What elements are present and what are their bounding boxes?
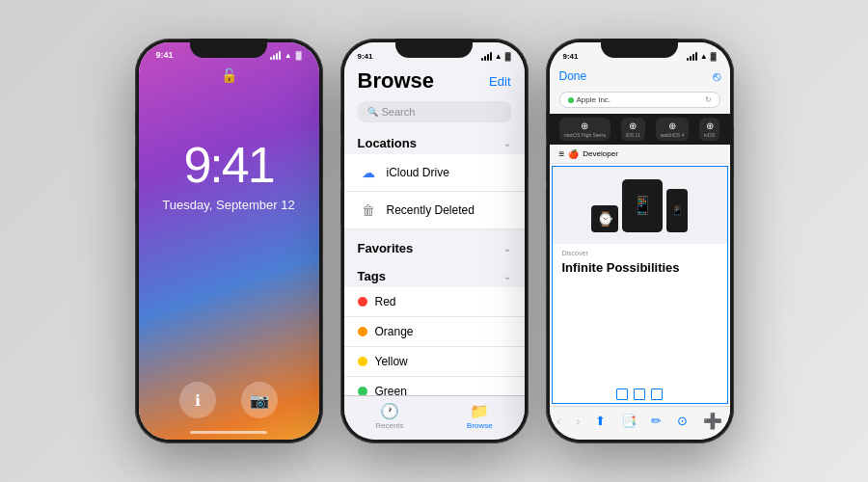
lock-bottom-bar: ℹ 📷	[139, 382, 319, 418]
tab-recents[interactable]: 🕐 Recents	[375, 402, 403, 430]
icloud-drive-item[interactable]: ☁ iCloud Drive	[344, 154, 525, 192]
lock-icon: 🔓	[221, 67, 237, 83]
lock-date: Tuesday, September 12	[162, 198, 294, 212]
battery-icon: ▓	[296, 51, 302, 60]
os-toolbar: ⊕ macOS High Sierra ⊕ iOS 11 ⊕ watchOS 4…	[550, 114, 730, 145]
tag-red[interactable]: Red	[344, 287, 525, 317]
done-button[interactable]: Done	[559, 69, 587, 83]
browse-screen: 9:41 ▲ ▓ Browse Edit	[344, 42, 525, 440]
volume-down-button[interactable]	[135, 188, 136, 225]
status-icons: ▲ ▓	[270, 51, 302, 60]
browse-wifi-icon: ▲	[495, 52, 502, 61]
ssl-indicator	[568, 97, 574, 103]
tag-orange-label: Orange	[375, 325, 414, 338]
pen-button[interactable]: ✏	[651, 414, 662, 428]
browse-list-content: Locations ⌄ ☁ iCloud Drive 🗑 Recently De…	[344, 130, 525, 395]
mute-button[interactable]	[135, 111, 136, 135]
volume-up-button-3[interactable]	[546, 145, 547, 181]
volume-down-button-3[interactable]	[546, 188, 547, 225]
scene: 9:41 ▲ ▓ 🔓 9:41 Tuesday, September	[0, 0, 868, 482]
web-content: 9:41 ▲ ▓ Done ⎋	[550, 42, 730, 440]
lockscreen-bg: 9:41 ▲ ▓ 🔓 9:41 Tuesday, September	[139, 42, 319, 440]
tab-bar: 🕐 Recents 📁 Browse	[344, 395, 525, 440]
tag-green-dot	[358, 387, 367, 395]
ios-label: iOS 11	[626, 132, 640, 138]
recently-deleted-item[interactable]: 🗑 Recently Deleted	[344, 192, 525, 229]
browse-status-icons: ▲ ▓	[481, 52, 511, 61]
notch-3	[601, 39, 678, 58]
web-status-icons: ▲ ▓	[687, 52, 717, 61]
web-wifi-icon: ▲	[700, 52, 708, 61]
add-button[interactable]: ➕	[703, 412, 722, 430]
iphone-img: 📱	[666, 189, 688, 232]
macos-icon: ⊕	[581, 120, 588, 131]
volume-up-button-2[interactable]	[340, 145, 341, 181]
developer-label: Developer	[583, 149, 617, 158]
tag-orange[interactable]: Orange	[344, 317, 525, 347]
tag-red-dot	[358, 297, 367, 307]
markup-circle-button[interactable]: ⊙	[677, 414, 688, 428]
icloud-drive-label: iCloud Drive	[387, 166, 449, 179]
resize-handle-center[interactable]	[634, 388, 645, 400]
resize-handle-right[interactable]	[651, 388, 663, 400]
macos-badge[interactable]: ⊕ macOS High Sierra	[559, 118, 610, 141]
power-button[interactable]	[322, 125, 323, 178]
notch	[190, 39, 267, 58]
web-screen: 9:41 ▲ ▓ Done ⎋	[550, 42, 730, 440]
forward-button[interactable]: ›	[576, 414, 580, 428]
phone-3: 9:41 ▲ ▓ Done ⎋	[546, 39, 734, 443]
recents-icon: 🕐	[380, 402, 399, 420]
developer-bar: ≡ 🍎 Developer	[550, 145, 730, 164]
browse-content: 9:41 ▲ ▓ Browse Edit	[344, 42, 525, 440]
power-button-2[interactable]	[528, 125, 529, 178]
recently-deleted-label: Recently Deleted	[387, 203, 475, 217]
tag-green[interactable]: Green	[344, 377, 525, 395]
watchos-badge[interactable]: ⊕ watchOS 4	[656, 118, 689, 141]
power-button-3[interactable]	[733, 125, 734, 178]
edit-button[interactable]: Edit	[489, 74, 510, 89]
search-bar[interactable]: 🔍 Search	[358, 101, 511, 122]
tag-green-label: Green	[375, 385, 407, 395]
notch-2	[395, 39, 473, 58]
phone-1: 9:41 ▲ ▓ 🔓 9:41 Tuesday, September	[135, 39, 323, 443]
home-indicator[interactable]	[190, 431, 267, 434]
web-status-time: 9:41	[563, 52, 579, 61]
wifi-icon: ▲	[285, 51, 292, 60]
bookmark-button[interactable]: 📑	[621, 414, 637, 428]
icloud-icon: ☁	[358, 162, 379, 183]
tab-browse[interactable]: 📁 Browse	[467, 402, 493, 430]
macos-label: macOS High Sierra	[564, 132, 606, 138]
phone-2: 9:41 ▲ ▓ Browse Edit	[340, 39, 529, 443]
browse-battery-icon: ▓	[505, 52, 511, 61]
lock-screen: 9:41 ▲ ▓ 🔓 9:41 Tuesday, September	[139, 42, 319, 440]
tag-yellow-label: Yellow	[375, 355, 408, 368]
volume-up-button[interactable]	[135, 145, 136, 181]
camera-button[interactable]: 📷	[241, 382, 278, 418]
url-text: Apple Inc.	[577, 95, 611, 104]
browse-header: Browse Edit	[344, 65, 525, 99]
tag-yellow[interactable]: Yellow	[344, 347, 525, 377]
flashlight-icon: ℹ	[195, 391, 201, 410]
resize-handle-left[interactable]	[616, 388, 628, 400]
url-field[interactable]: Apple Inc. ↻	[559, 92, 720, 108]
more-badge[interactable]: ⊕ tvOS	[699, 118, 719, 141]
browse-signal-icon	[481, 52, 492, 61]
volume-down-button-2[interactable]	[340, 188, 341, 225]
ios-badge[interactable]: ⊕ iOS 11	[621, 118, 645, 141]
browse-title: Browse	[358, 68, 434, 94]
ios-icon: ⊕	[629, 120, 637, 131]
share-tool-button[interactable]: ⬆	[595, 414, 606, 428]
mute-button-2[interactable]	[340, 111, 341, 135]
watchos-label: watchOS 4	[661, 132, 684, 138]
locations-title: Locations	[358, 136, 417, 150]
mute-button-3[interactable]	[546, 111, 547, 135]
flashlight-button[interactable]: ℹ	[179, 382, 216, 418]
web-signal-icon	[687, 52, 697, 61]
tag-yellow-dot	[358, 357, 367, 366]
lock-time: 9:41	[183, 136, 273, 194]
back-button[interactable]: ‹	[556, 414, 560, 428]
search-icon: 🔍	[367, 107, 378, 117]
locations-chevron: ⌄	[503, 138, 511, 148]
browse-icon: 📁	[470, 402, 489, 420]
share-button[interactable]: ⎋	[713, 68, 720, 84]
